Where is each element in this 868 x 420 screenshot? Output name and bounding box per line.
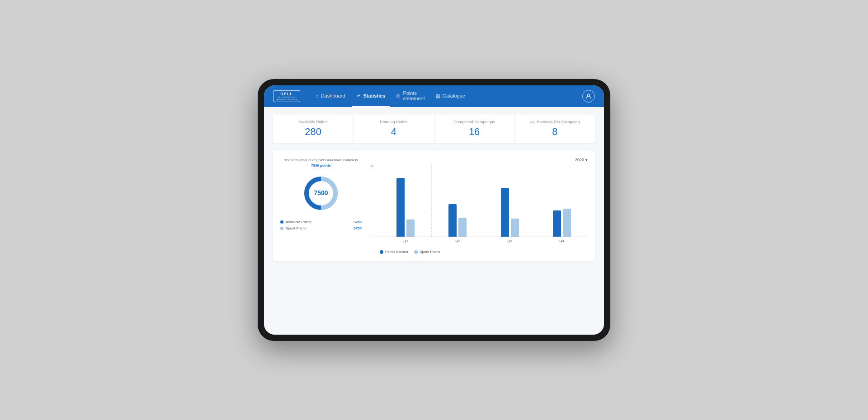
donut-chart: 7500 <box>301 173 341 214</box>
dell-logo: DELL Technologies PARTNER PROGRAM <box>273 90 300 102</box>
points-icon: ◎ <box>396 93 401 99</box>
stat-value-pending: 4 <box>361 126 426 138</box>
legend-item-spent: Spent Points 3750 <box>280 226 362 230</box>
donut-highlight: 7500 points <box>311 163 331 168</box>
tablet-device: DELL Technologies PARTNER PROGRAM ⌂ Dash… <box>258 79 610 341</box>
nav-item-catalogue[interactable]: ▦ Catalogue <box>431 85 470 107</box>
chart-legend-dot-spent <box>414 250 418 254</box>
donut-description: The total amount of points you have earn… <box>280 158 362 168</box>
nav-links: ⌂ Dashboard Statistics ◎ Points statemen… <box>311 85 470 107</box>
quarter-group-q1 <box>380 165 432 237</box>
year-label: 2020 <box>575 158 584 162</box>
logo-area: DELL Technologies PARTNER PROGRAM <box>273 90 300 102</box>
chart-top-row: 2020 ▾ <box>371 158 588 162</box>
chart-legend-dot-earned <box>380 250 383 254</box>
stat-card-av-earnings: Av. Earnings Per Campaign 8 <box>515 114 595 143</box>
bar-q4-earned <box>553 210 561 237</box>
stat-label-available: Available Points <box>280 120 346 124</box>
donut-container: 7500 <box>280 173 362 214</box>
y-axis-label: Pt <box>371 165 374 168</box>
nav-label-catalogue: Catalogue <box>443 93 465 98</box>
chart-icon <box>356 93 361 99</box>
stat-card-completed-campaigns: Completed Campaigns 16 <box>434 114 515 143</box>
stat-card-pending-points: Pending Points 4 <box>354 114 434 143</box>
stats-row: Available Points 280 Pending Points 4 Co… <box>273 114 595 143</box>
bar-q3-earned <box>501 188 509 237</box>
navigation-bar: DELL Technologies PARTNER PROGRAM ⌂ Dash… <box>264 85 604 107</box>
stat-value-completed: 16 <box>442 126 507 138</box>
legend-item-available: Available Points 3750 <box>280 220 362 224</box>
bar-chart-panel: 2020 ▾ Pt <box>371 158 588 254</box>
chart-legend-label-spent: Spent Points <box>420 250 440 254</box>
logo-dell-text: DELL <box>280 92 293 96</box>
user-profile-button[interactable] <box>582 90 595 103</box>
stat-value-av-earnings: 8 <box>522 126 588 138</box>
quarter-group-q4 <box>536 165 588 237</box>
legend-dot-available <box>280 220 283 224</box>
nav-item-statistics[interactable]: Statistics <box>352 85 390 107</box>
nav-item-dashboard[interactable]: ⌂ Dashboard <box>311 85 349 107</box>
legend-left-spent: Spent Points <box>280 226 306 230</box>
main-content: Available Points 280 Pending Points 4 Co… <box>264 107 604 335</box>
legend-value-spent: 3750 <box>354 226 362 230</box>
donut-panel: The total amount of points you have earn… <box>280 158 362 254</box>
quarter-label-q2: Q2 <box>432 239 484 243</box>
quarter-labels: Q1 Q2 Q3 Q4 <box>371 239 588 243</box>
quarter-label-q4: Q4 <box>536 239 588 243</box>
legend-left-available: Available Points <box>280 220 311 224</box>
nav-label-points: Points statement <box>403 90 425 101</box>
bar-q3-spent <box>511 219 519 237</box>
legend-value-available: 3750 <box>354 220 362 224</box>
donut-center-value: 7500 <box>314 189 328 196</box>
stat-card-available-points: Available Points 280 <box>273 114 354 143</box>
tablet-screen: DELL Technologies PARTNER PROGRAM ⌂ Dash… <box>264 85 604 335</box>
quarter-group-q3 <box>484 165 536 237</box>
nav-label-dashboard: Dashboard <box>321 93 345 98</box>
legend-label-spent: Spent Points <box>286 226 306 230</box>
chart-legend-spent: Spent Points <box>414 250 440 254</box>
chart-legend: Points Earned Spent Points <box>371 250 588 254</box>
bar-q1-earned <box>396 178 405 237</box>
user-icon <box>585 93 592 100</box>
legend-dot-spent <box>280 227 283 230</box>
bar-q2-earned <box>448 204 457 237</box>
legend-label-available: Available Points <box>286 220 311 224</box>
bar-q1-spent <box>406 219 415 237</box>
quarter-group-q2 <box>432 165 484 237</box>
stat-value-available: 280 <box>280 126 346 138</box>
chevron-down-icon: ▾ <box>585 158 588 162</box>
logo-program-text: PARTNER PROGRAM <box>276 98 297 101</box>
catalogue-icon: ▦ <box>436 93 440 99</box>
year-selector[interactable]: 2020 ▾ <box>575 158 588 162</box>
quarter-label-q3: Q3 <box>484 239 536 243</box>
donut-legend: Available Points 3750 Spent Points 3750 <box>280 220 362 230</box>
nav-item-points-statement[interactable]: ◎ Points statement <box>392 85 429 107</box>
stat-label-completed: Completed Campaigns <box>442 120 507 124</box>
chart-legend-earned: Points Earned <box>380 250 408 254</box>
stat-label-av-earnings: Av. Earnings Per Campaign <box>522 120 588 124</box>
chart-bars: Pt <box>371 165 588 237</box>
home-icon: ⌂ <box>316 93 319 98</box>
stat-label-pending: Pending Points <box>361 120 426 124</box>
nav-label-statistics: Statistics <box>363 93 386 98</box>
bar-q2-spent <box>458 218 467 237</box>
chart-area: Pt <box>371 165 588 246</box>
quarter-label-q1: Q1 <box>380 239 432 243</box>
svg-point-0 <box>588 94 590 96</box>
bar-q4-spent <box>563 209 571 237</box>
chart-section: The total amount of points you have earn… <box>273 150 595 261</box>
chart-legend-label-earned: Points Earned <box>385 250 408 254</box>
donut-desc-pre: The total amount of points you have earn… <box>284 158 358 162</box>
